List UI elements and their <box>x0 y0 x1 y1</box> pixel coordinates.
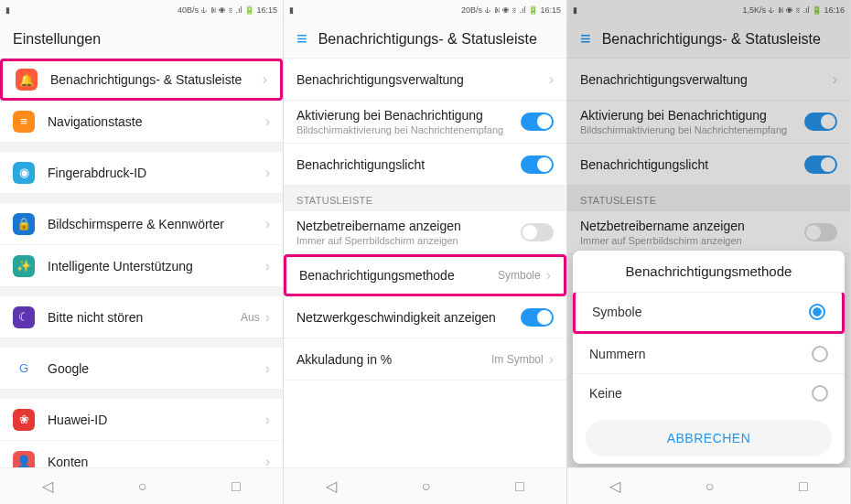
subtitle: Immer auf Sperrbildschirm anzeigen <box>296 235 521 246</box>
settings-row-smart[interactable]: ✨Intelligente Unterstützung› <box>0 245 283 287</box>
row-notification-management[interactable]: Benachrichtigungsverwaltung › <box>284 59 566 101</box>
settings-row-accounts[interactable]: 👤Konten› <box>0 441 283 467</box>
label: Google <box>48 361 265 376</box>
chevron-right-icon: › <box>265 360 270 377</box>
row-notification-light[interactable]: Benachrichtigungslicht <box>284 144 566 186</box>
recents-button[interactable]: □ <box>515 478 524 495</box>
toggle-light[interactable] <box>521 155 554 174</box>
chevron-right-icon: › <box>265 113 270 130</box>
chevron-right-icon: › <box>265 309 270 326</box>
label: Intelligente Unterstützung <box>48 259 265 273</box>
label: Benachrichtigungsmethode <box>299 268 498 283</box>
recents-button[interactable]: □ <box>232 478 241 495</box>
radio-icon <box>812 346 828 362</box>
home-button[interactable]: ○ <box>422 478 431 495</box>
label: Netzwerkgeschwindigkeit anzeigen <box>296 310 521 325</box>
back-button[interactable]: ◁ <box>326 477 337 495</box>
notification-method-dialog: Benachrichtigungsmethode Symbole Nummern… <box>573 251 845 464</box>
radio-selected-icon <box>809 304 825 320</box>
label: Benachrichtigungslicht <box>296 157 521 172</box>
value: Symbole <box>498 269 541 282</box>
android-nav-bar: ◁ ○ □ <box>0 467 283 504</box>
status-bar: ▮ 40B/s ⫝ ℕ ⦿ ≋ .ıl 🔋 16:15 <box>0 0 283 20</box>
section-statusbar: STATUSLEISTE <box>284 186 566 211</box>
chevron-right-icon: › <box>263 71 267 88</box>
value: Aus <box>241 311 260 324</box>
settings-row-google[interactable]: GGoogle› <box>0 348 283 390</box>
screenshot-1-settings: ▮ 40B/s ⫝ ℕ ⦿ ≋ .ıl 🔋 16:15 Einstellunge… <box>0 0 284 504</box>
finger-icon: ◉ <box>13 162 35 184</box>
settings-row-nav[interactable]: ≡Navigationstaste› <box>0 101 283 143</box>
label: Benachrichtigungs- & Statusleiste <box>50 72 263 87</box>
clock: 16:15 <box>256 5 277 15</box>
android-nav-bar: ◁ ○ □ <box>567 467 850 504</box>
back-button[interactable]: ◁ <box>42 477 53 495</box>
label: Akkuladung in % <box>296 352 491 367</box>
settings-row-lock[interactable]: 🔒Bildschirmsperre & Kennwörter› <box>0 203 283 245</box>
menu-icon[interactable]: ≡ <box>296 28 307 49</box>
battery-icon: ▮ <box>289 5 294 15</box>
subtitle: Bildschirmaktivierung bei Nachrichtenemp… <box>296 124 521 135</box>
label: Aktivierung bei Benachrichtigung <box>296 108 521 123</box>
chevron-right-icon: › <box>546 267 551 284</box>
title-text: Einstellungen <box>13 31 101 48</box>
screenshot-3-method-dialog: ▮ 1,5K/s ⫝ ℕ ⦿ ≋ .ıl 🔋 16:16 ≡ Benachric… <box>567 0 851 504</box>
cancel-button[interactable]: ABBRECHEN <box>586 420 832 456</box>
home-button[interactable]: ○ <box>138 478 147 495</box>
chevron-right-icon: › <box>265 165 270 181</box>
section-divider <box>0 338 283 348</box>
page-title: Einstellungen <box>0 20 283 59</box>
status-icons: ⫝ ℕ ⦿ ≋ .ıl 🔋 <box>200 5 254 15</box>
option-nummern[interactable]: Nummern <box>573 334 845 373</box>
row-activate-on-notification[interactable]: Aktivierung bei Benachrichtigung Bildsch… <box>284 101 566 144</box>
label: Netzbetreibername anzeigen <box>296 219 521 233</box>
row-network-speed[interactable]: Netzwerkgeschwindigkeit anzeigen <box>284 296 566 338</box>
chevron-right-icon: › <box>265 258 270 274</box>
option-keine[interactable]: Keine <box>573 373 845 413</box>
chevron-right-icon: › <box>265 216 270 232</box>
option-label: Nummern <box>589 347 812 361</box>
settings-list: 🔔Benachrichtigungs- & Statusleiste›≡Navi… <box>0 59 283 467</box>
section-divider <box>0 194 283 203</box>
battery-icon: ▮ <box>5 5 10 15</box>
label: Fingerabdruck-ID <box>48 166 265 180</box>
dnd-icon: ☾ <box>13 306 35 328</box>
nav-icon: ≡ <box>13 111 35 133</box>
status-icons: ⫝ ℕ ⦿ ≋ .ıl 🔋 <box>484 5 538 15</box>
chevron-right-icon: › <box>549 71 554 88</box>
row-battery-percentage[interactable]: Akkuladung in % Im Symbol › <box>284 338 566 381</box>
option-symbole[interactable]: Symbole <box>573 292 845 334</box>
toggle-carrier[interactable] <box>521 223 554 241</box>
clock: 16:15 <box>540 5 561 15</box>
chevron-right-icon: › <box>265 454 270 468</box>
google-icon: G <box>13 358 35 380</box>
settings-row-finger[interactable]: ◉Fingerabdruck-ID› <box>0 152 283 194</box>
back-button[interactable]: ◁ <box>609 477 620 495</box>
label: Huawei-ID <box>48 413 265 427</box>
dialog-title: Benachrichtigungsmethode <box>573 251 845 292</box>
home-button[interactable]: ○ <box>706 478 715 495</box>
settings-row-notif[interactable]: 🔔Benachrichtigungs- & Statusleiste› <box>0 59 283 101</box>
row-carrier-name[interactable]: Netzbetreibername anzeigen Immer auf Spe… <box>284 211 566 254</box>
section-divider <box>0 143 283 152</box>
lock-icon: 🔒 <box>13 213 35 235</box>
radio-icon <box>812 385 828 402</box>
android-nav-bar: ◁ ○ □ <box>284 467 566 504</box>
settings-row-huawei[interactable]: ❀Huawei-ID› <box>0 399 283 441</box>
net-rate: 40B/s <box>178 5 199 15</box>
cancel-label: ABBRECHEN <box>667 431 751 445</box>
recents-button[interactable]: □ <box>799 478 808 495</box>
label: Navigationstaste <box>48 114 265 129</box>
accounts-icon: 👤 <box>13 451 35 468</box>
screenshot-2-notification-settings: ▮ 20B/s ⫝ ℕ ⦿ ≋ .ıl 🔋 16:15 ≡ Benachrich… <box>284 0 567 504</box>
toggle-activate[interactable] <box>521 113 554 131</box>
option-label: Keine <box>589 386 812 401</box>
label: Konten <box>48 455 265 468</box>
settings-content: Benachrichtigungsverwaltung › Aktivierun… <box>284 59 566 467</box>
net-rate: 20B/s <box>461 5 482 15</box>
row-notification-method[interactable]: Benachrichtigungsmethode Symbole › <box>284 254 566 296</box>
chevron-right-icon: › <box>549 351 554 368</box>
toggle-netspeed[interactable] <box>521 308 554 327</box>
settings-row-dnd[interactable]: ☾Bitte nicht störenAus› <box>0 296 283 338</box>
value: Im Symbol <box>491 353 544 366</box>
